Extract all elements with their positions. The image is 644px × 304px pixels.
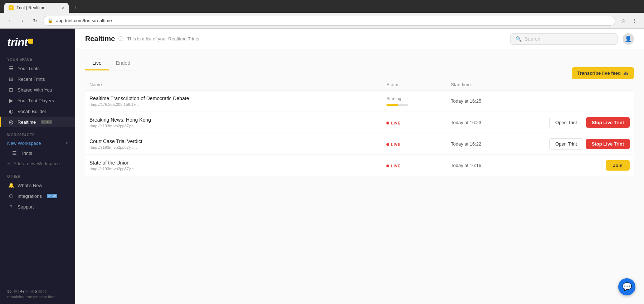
col-status: Status (386, 82, 451, 87)
time-minutes: 47 (20, 289, 25, 293)
trints-icon: ☰ (11, 150, 17, 156)
sidebar-item-whats-new[interactable]: 🔔 What's New (0, 180, 75, 191)
start-time: Today at 16:16 (451, 163, 522, 168)
time-remaining-label: remaining transcription time. (7, 295, 57, 299)
new-tab-button[interactable]: + (72, 3, 80, 11)
add-workspace-label: Add a new Workspace (13, 161, 60, 166)
address-bar[interactable]: 🔒 app.trint.com/trints/realtime (43, 16, 615, 26)
row-actions: Open Trint Stop Live Trint (522, 117, 630, 128)
shared-icon: ⊟ (8, 87, 14, 93)
logo-icon (28, 39, 33, 44)
sidebar-item-your-trints[interactable]: ☰ Your Trints (0, 63, 75, 74)
workspaces-label: WORKSPACES (0, 130, 75, 138)
sidebar-item-recent-trints[interactable]: ⊞ Recent Trints (0, 74, 75, 84)
user-avatar[interactable]: 👤 (623, 33, 634, 45)
sidebar-item-vocab-builder[interactable]: ◐ Vocab Builder (0, 106, 75, 117)
open-trint-button[interactable]: Open Trint (549, 138, 583, 149)
status-badge: LIVE (386, 121, 400, 125)
starting-status: Starting (386, 96, 451, 106)
content-area: Live Ended Transcribe live feed Name Sta… (75, 49, 644, 304)
tab-title: Trint | Realtime (16, 5, 59, 10)
time-hours: 33 (7, 289, 11, 293)
time-seconds: 5 (35, 289, 37, 293)
sidebar-item-trints[interactable]: ☰ Trints (0, 148, 75, 158)
trint-url: rtmp://s193mrvp2pp87y.c... (89, 167, 386, 171)
sidebar-item-realtime[interactable]: ◎ Realtime BETA (0, 117, 75, 127)
open-trint-button[interactable]: Open Trint (549, 117, 583, 128)
back-button[interactable]: ‹ (4, 16, 14, 26)
vocab-icon: ◐ (8, 108, 14, 114)
sidebar-item-label: Recent Trints (18, 77, 45, 82)
status-label: LIVE (391, 121, 400, 125)
sidebar-item-your-trint-players[interactable]: ▶ Your Trint Players (0, 95, 75, 106)
integrations-label: Integrations (18, 193, 42, 199)
bell-icon: 🔔 (8, 182, 14, 188)
forward-button[interactable]: › (17, 16, 27, 26)
status-label: LIVE (391, 164, 400, 168)
main-header: Realtime ⓘ This is a list of your Realti… (75, 29, 644, 49)
join-button[interactable]: Join (606, 160, 630, 171)
chat-button[interactable]: 💬 (618, 278, 635, 295)
table-row: Realtime Transcription of Democratic Deb… (85, 90, 634, 112)
tab-favicon: T (9, 5, 14, 10)
sidebar-logo: trint (0, 29, 75, 55)
browser-tab-active[interactable]: T Trint | Realtime × (4, 3, 69, 13)
header-left: Realtime ⓘ This is a list of your Realti… (85, 35, 199, 43)
browser-tab-bar: T Trint | Realtime × + (0, 0, 644, 13)
table-row: Court Case Trial Verdict rtmp://s193mrvp… (85, 133, 634, 155)
live-dot (386, 122, 389, 124)
tab-close-icon[interactable]: × (62, 5, 64, 10)
sidebar-item-label: Vocab Builder (18, 109, 46, 114)
logo-text: trint (7, 36, 28, 49)
new-badge: NEW (47, 194, 57, 198)
stop-live-trint-button[interactable]: Stop Live Trint (586, 117, 630, 128)
trint-name[interactable]: State of the Union (89, 160, 386, 166)
time-remaining-display: 33 HRS 47 MINS 5 SECS remaining transcri… (7, 289, 68, 300)
add-workspace-button[interactable]: + Add a new Workspace (0, 158, 75, 169)
tab-ended[interactable]: Ended (109, 57, 137, 70)
col-start-time: Start time (451, 82, 522, 87)
sidebar-item-shared-with-you[interactable]: ⊟ Shared With You (0, 84, 75, 95)
status-label: LIVE (391, 142, 400, 147)
main-content: Realtime ⓘ This is a list of your Realti… (75, 29, 644, 304)
refresh-button[interactable]: ↻ (30, 16, 40, 26)
stop-live-trint-button[interactable]: Stop Live Trint (586, 139, 630, 149)
more-options-icon[interactable]: ⋮ (630, 16, 640, 26)
sidebar-item-label: Realtime (18, 119, 36, 125)
start-time: Today at 16:23 (451, 120, 522, 125)
trint-url: rtmp://s193mrvp2pp87y.c... (89, 124, 386, 128)
bookmark-icon[interactable]: ☆ (618, 16, 628, 26)
sidebar-item-support[interactable]: ? Support (0, 201, 75, 212)
row-actions: Open Trint Stop Live Trint (522, 138, 630, 149)
trint-name[interactable]: Realtime Transcription of Democratic Deb… (89, 95, 386, 101)
info-icon[interactable]: ⓘ (118, 36, 123, 42)
tabs: Live Ended (85, 57, 137, 70)
progress-bar (386, 104, 408, 106)
integrations-icon: ⬡ (8, 193, 14, 199)
seconds-unit: SECS (38, 290, 47, 293)
tab-live[interactable]: Live (85, 57, 109, 70)
add-icon: + (7, 160, 10, 167)
trint-name[interactable]: Breaking News: Hong Kong (89, 117, 386, 123)
sidebar-item-integrations[interactable]: ⬡ Integrations NEW (0, 191, 75, 201)
starting-text: Starting (386, 96, 401, 101)
support-label: Support (18, 204, 34, 210)
workspace-header[interactable]: New Workspace ▾ (0, 138, 75, 148)
minutes-unit: MINS (26, 290, 35, 293)
browser-nav-bar: ‹ › ↻ 🔒 app.trint.com/trints/realtime ☆ … (0, 13, 644, 29)
whats-new-label: What's New (18, 183, 42, 188)
trint-info: Breaking News: Hong Kong rtmp://s193mrvp… (89, 117, 386, 128)
search-input[interactable] (525, 36, 612, 42)
search-box[interactable]: 🔍 (510, 33, 618, 45)
trint-name[interactable]: Court Case Trial Verdict (89, 138, 386, 144)
chevron-down-icon: ▾ (66, 141, 68, 146)
trint-url: rtmp://s193mrvp2pp87y.c... (89, 145, 386, 149)
trint-url: rtmp://176.255.205.156:19... (89, 102, 386, 107)
other-label: OTHER (0, 172, 75, 180)
live-dot (386, 143, 389, 146)
lock-icon: 🔒 (48, 18, 53, 23)
progress-fill (386, 104, 398, 106)
transcribe-live-feed-button[interactable]: Transcribe live feed (572, 67, 634, 79)
table-row: State of the Union rtmp://s193mrvp2pp87y… (85, 155, 634, 176)
status-badge: LIVE (386, 164, 400, 168)
